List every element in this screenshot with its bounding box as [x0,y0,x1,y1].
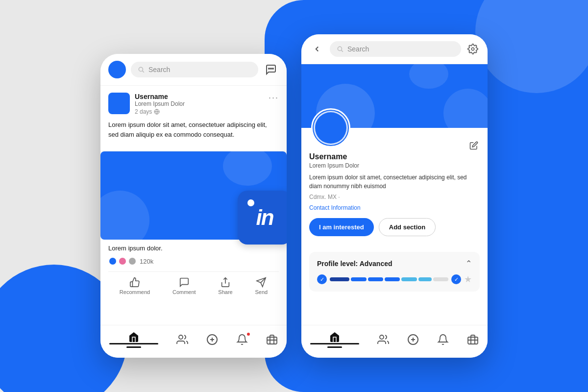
interested-button[interactable]: I am interested [309,218,374,236]
progress-row: ✓ ✓ ★ [317,274,472,285]
linkedin-logo: in [238,191,287,245]
progress-seg-1 [330,277,349,281]
share-label: Share [218,289,232,295]
back-button[interactable] [309,41,325,57]
post-image-container: in [100,151,287,240]
nav-jobs-right[interactable] [467,334,479,345]
add-icon-right [407,334,419,345]
progress-seg-2 [351,277,366,281]
feed-scroll[interactable]: Username Lorem Ipsum Dolor 2 days ··· [100,86,287,326]
progress-bar [330,277,448,281]
nav-network-left[interactable] [176,334,188,345]
nav-jobs-left[interactable] [266,334,278,345]
image-blob-2 [223,151,272,186]
add-section-button[interactable]: Add section [379,218,436,236]
recommend-button[interactable]: Recommend [120,277,150,295]
search-bar-left[interactable]: Search [131,62,258,77]
add-icon-left [206,334,218,345]
chevron-up-icon[interactable]: ⌃ [466,259,472,268]
post-username: Username [135,93,185,100]
globe-icon [154,109,160,115]
right-bottom-nav [301,325,488,358]
progress-seg-4 [385,277,400,281]
post-actions: Recommend Comment Share [108,271,279,295]
send-button[interactable]: Send [255,277,268,295]
svg-point-17 [471,48,474,50]
svg-point-0 [139,67,143,71]
svg-point-3 [269,68,270,69]
linkedin-in-text: in [256,205,273,230]
progress-seg-3 [368,277,383,281]
home-icon-right [329,331,341,343]
reaction-gray [128,257,137,266]
profile-subtitle: Lorem Ipsum Dolor [309,162,480,169]
svg-line-16 [342,50,343,52]
send-icon [256,277,267,288]
check-icon-left: ✓ [317,274,327,284]
nav-network-right[interactable] [377,334,389,345]
post-more-button[interactable]: ··· [269,93,279,103]
profile-edit-button[interactable] [467,139,481,152]
star-icon[interactable]: ★ [464,274,472,285]
profile-banner-container [301,64,488,128]
post-body-text: Lorem ipsum dolor sit amet, consectetuer… [108,120,279,139]
post-user-avatar[interactable] [108,93,130,114]
settings-icon[interactable] [466,42,480,56]
nav-notifications-left[interactable] [236,334,248,345]
svg-line-1 [143,71,144,73]
post-reactions: 120k [108,257,279,266]
post-card: Username Lorem Ipsum Dolor 2 days ··· [100,86,287,151]
comment-button[interactable]: Comment [172,277,196,295]
svg-point-2 [270,68,271,69]
reaction-count: 120k [140,258,153,265]
phones-container: Search Username [100,34,488,358]
bell-icon-right [437,334,449,345]
post-time: 2 days [135,108,185,115]
recommend-icon [129,277,140,288]
nav-notifications-right[interactable] [437,334,449,345]
user-avatar[interactable] [108,61,126,78]
send-label: Send [255,289,268,295]
contact-information-link[interactable]: Contact Information [309,204,480,211]
people-icon-right [377,334,389,345]
svg-point-9 [179,335,183,339]
messages-icon[interactable] [263,62,279,77]
reaction-blue [108,257,117,266]
nav-home-right[interactable] [310,331,359,348]
briefcase-icon-right [467,334,479,345]
linkedin-dot [247,199,254,206]
svg-point-4 [272,68,273,69]
profile-avatar-inner [314,111,348,145]
svg-rect-13 [267,337,277,344]
post-user-subtitle: Lorem Ipsum Dolor [135,100,185,107]
briefcase-icon-left [266,334,278,345]
nav-home-left[interactable] [109,331,158,348]
edit-icon [469,141,478,150]
profile-level-title: Profile level: Advanced [317,260,392,268]
post-caption: Lorem ipsum dolor. [108,245,279,252]
progress-seg-5 [401,277,416,281]
progress-seg-7 [433,277,448,281]
search-icon-right [337,46,343,52]
left-bottom-nav [100,325,287,358]
notification-badge-left [246,332,251,337]
progress-seg-6 [418,277,432,281]
nav-active-bar-left [109,343,158,344]
phone-right: Search [301,34,488,358]
profile-action-buttons: I am interested Add section [309,218,480,236]
nav-add-left[interactable] [206,334,218,345]
profile-level-header: Profile level: Advanced ⌃ [317,259,472,268]
people-icon-left [176,334,188,345]
search-bar-right[interactable]: Search [330,41,461,57]
post-header: Username Lorem Ipsum Dolor 2 days ··· [108,93,279,115]
search-icon [138,66,145,73]
nav-active-bar-right [310,343,359,344]
home-icon-left [128,331,140,343]
post-user-details: Username Lorem Ipsum Dolor 2 days [135,93,185,115]
back-arrow-icon [313,45,321,53]
comment-icon [179,277,190,288]
post-user-info: Username Lorem Ipsum Dolor 2 days [108,93,185,115]
share-icon [220,277,231,288]
share-button[interactable]: Share [218,277,232,295]
nav-add-right[interactable] [407,334,419,345]
